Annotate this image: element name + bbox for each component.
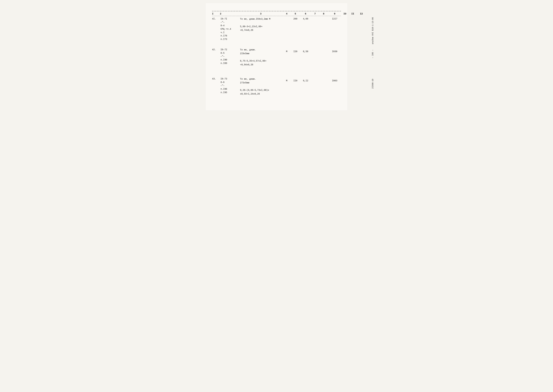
row2-col7 — [311, 48, 319, 72]
row-block-1: 4I. I6–7I–"–8–4СРЦ гл.4ч.Iп.I76п.I73 То … — [212, 17, 341, 42]
row3-col12: 2I598–19 — [357, 77, 366, 101]
row3-col5: II0 — [291, 77, 300, 101]
row-block-2: 42. I6–728–5–"–п.I90п.I89 То же, диам.2I… — [212, 48, 341, 72]
row1-col5: 260 — [291, 17, 300, 42]
col-header-4: 4 — [283, 13, 291, 15]
row1-col6: 4,68 — [300, 17, 311, 42]
row1-col4 — [283, 17, 291, 42]
row3-col8 — [319, 77, 328, 101]
row2-col6: 8,58 — [300, 48, 311, 72]
row2-col4: М — [283, 48, 291, 72]
row3-col7 — [311, 77, 319, 101]
row2-col8 — [319, 48, 328, 72]
row-block-3: 43. I6–738–6–"–п.I96п.I95 То же, диам.27… — [212, 77, 341, 101]
col-header-3: 3 — [239, 13, 283, 15]
col-header-7: 7 — [311, 13, 319, 15]
row1-side-text: альбом XVI Б10-1-13-86 — [372, 17, 374, 44]
row2-col9: I030 — [328, 48, 341, 72]
col-header-2: 2 — [220, 13, 239, 15]
col-header-10: IO — [341, 13, 349, 15]
row1-col7 — [311, 17, 319, 42]
col-header-12: I2 — [357, 13, 366, 15]
row3-col2: I6–738–6–"–п.I96п.I95 — [220, 77, 239, 101]
col-header-6: 6 — [300, 13, 311, 15]
row3-col6: 9,I2 — [300, 77, 311, 101]
col-header-1: I — [212, 13, 220, 15]
row2-col2: I6–728–5–"–п.I90п.I89 — [220, 48, 239, 72]
table-container: I 2 3 4 5 6 7 8 9 IO II I2 4I. — [212, 11, 341, 101]
top-dashed-line — [212, 11, 341, 11]
row1-col2: I6–7I–"–8–4СРЦ гл.4ч.Iп.I76п.I73 — [220, 17, 239, 42]
row2-col10 — [341, 48, 349, 72]
row1-col8 — [319, 17, 328, 42]
row1-col10 — [341, 17, 349, 42]
col-header-5: 5 — [291, 13, 300, 15]
row1-col3: То же, диам.I59х3,2мм М5,08–3+2,23хI,08+… — [239, 17, 283, 42]
row3-col1: 43. — [212, 77, 220, 101]
spacer-1 — [212, 42, 341, 47]
row1-col9: I2I7 — [328, 17, 341, 42]
spacer-2 — [212, 72, 341, 76]
row2-col11 — [349, 48, 357, 72]
row3-col10 — [341, 77, 349, 101]
row3-col9: I003 — [328, 77, 341, 101]
row2-side-text: – I05 – — [372, 50, 374, 58]
row3-col11 — [349, 77, 357, 101]
row1-col12: альбом XVI Б10-1-13-86 — [357, 17, 366, 42]
row2-col12: – I05 – — [357, 48, 366, 72]
row2-col1: 42. — [212, 48, 220, 72]
row2-col3: То же, диам.2I9х5мм8,75–5,35+4,57хI,08++… — [239, 48, 283, 72]
col-header-11: II — [349, 13, 357, 15]
row2-col5: I20 — [291, 48, 300, 72]
page: I 2 3 4 5 6 7 8 9 IO II I2 4I. — [206, 3, 347, 110]
col-header-9: 9 — [328, 13, 341, 15]
row3-col3: То же, диам.273х5мм9,26–(6,69–5,73хI,08)… — [239, 77, 283, 101]
row3-side-text: 2I598–19 — [372, 79, 374, 89]
row3-col4: М — [283, 77, 291, 101]
table-header: I 2 3 4 5 6 7 8 9 IO II I2 — [212, 12, 341, 16]
row1-col1: 4I. — [212, 17, 220, 42]
row1-col11 — [349, 17, 357, 42]
col-header-8: 8 — [319, 13, 328, 15]
